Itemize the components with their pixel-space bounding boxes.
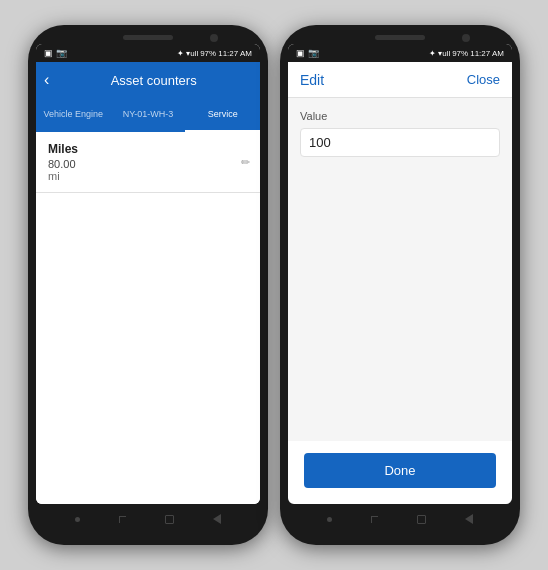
done-button[interactable]: Done — [304, 453, 496, 488]
edit-content: Value 100 — [288, 98, 512, 441]
phone-bottom-1 — [36, 508, 260, 530]
recent-apps-button-2[interactable] — [327, 517, 332, 522]
signal-icon-2: ▾ull — [438, 49, 450, 58]
time-1: 11:27 AM — [218, 49, 252, 58]
phone-2: ▣ 📷 ✦ ▾ull 97% 11:27 AM Edit Close Value… — [280, 25, 520, 545]
counter-label: Miles — [48, 142, 248, 156]
status-right-1: ✦ ▾ull 97% 11:27 AM — [177, 49, 252, 58]
edit-screen-bottom: Done — [288, 441, 512, 504]
back-nav-button-2[interactable] — [465, 514, 473, 524]
recents-icon[interactable] — [119, 516, 126, 523]
status-left-1: ▣ 📷 — [44, 48, 67, 58]
edit-header: Edit Close — [288, 62, 512, 98]
value-field-label: Value — [300, 110, 500, 122]
page-title: Asset counters — [55, 73, 252, 88]
battery-percent-1: 97% — [200, 49, 216, 58]
content-area-1: Miles 80.00 mi ✏ — [36, 132, 260, 504]
speaker-1 — [123, 35, 173, 40]
counter-unit: mi — [48, 170, 248, 182]
speaker-2 — [375, 35, 425, 40]
home-button-2[interactable] — [417, 515, 426, 524]
value-input[interactable]: 100 — [300, 128, 500, 157]
bluetooth-icon-2: ✦ — [429, 49, 436, 58]
status-right-2: ✦ ▾ull 97% 11:27 AM — [429, 49, 504, 58]
phone-1: ▣ 📷 ✦ ▾ull 97% 11:27 AM ‹ Asset counters… — [28, 25, 268, 545]
signal-icon: ▾ull — [186, 49, 198, 58]
status-icons-2: ▣ 📷 — [296, 48, 319, 58]
status-bar-2: ▣ 📷 ✦ ▾ull 97% 11:27 AM — [288, 44, 512, 62]
nav-bar-1: ‹ Asset counters — [36, 62, 260, 98]
edit-title: Edit — [300, 72, 324, 88]
camera-2 — [462, 34, 470, 42]
screen-1: ▣ 📷 ✦ ▾ull 97% 11:27 AM ‹ Asset counters… — [36, 44, 260, 504]
screen-2: ▣ 📷 ✦ ▾ull 97% 11:27 AM Edit Close Value… — [288, 44, 512, 504]
bluetooth-icon: ✦ — [177, 49, 184, 58]
camera-1 — [210, 34, 218, 42]
close-button[interactable]: Close — [467, 72, 500, 87]
back-button[interactable]: ‹ — [44, 71, 49, 89]
battery-percent-2: 97% — [452, 49, 468, 58]
counter-item-miles: Miles 80.00 mi ✏ — [36, 132, 260, 193]
tab-service[interactable]: Service — [185, 98, 260, 132]
phone-top-1 — [36, 35, 260, 40]
tab-bar: Vehicle Engine NY-01-WH-3 Service — [36, 98, 260, 132]
counter-value: 80.00 — [48, 158, 248, 170]
time-2: 11:27 AM — [470, 49, 504, 58]
tab-ny-01-wh-3[interactable]: NY-01-WH-3 — [111, 98, 186, 132]
tab-vehicle-engine[interactable]: Vehicle Engine — [36, 98, 111, 132]
recent-apps-button[interactable] — [75, 517, 80, 522]
edit-pencil-icon[interactable]: ✏ — [241, 156, 250, 169]
back-nav-button[interactable] — [213, 514, 221, 524]
status-bar-1: ▣ 📷 ✦ ▾ull 97% 11:27 AM — [36, 44, 260, 62]
phone-top-2 — [288, 35, 512, 40]
home-button[interactable] — [165, 515, 174, 524]
recents-icon-2[interactable] — [371, 516, 378, 523]
status-left-2: ▣ 📷 — [296, 48, 319, 58]
phone-bottom-2 — [288, 508, 512, 530]
status-icons-1: ▣ 📷 — [44, 48, 67, 58]
